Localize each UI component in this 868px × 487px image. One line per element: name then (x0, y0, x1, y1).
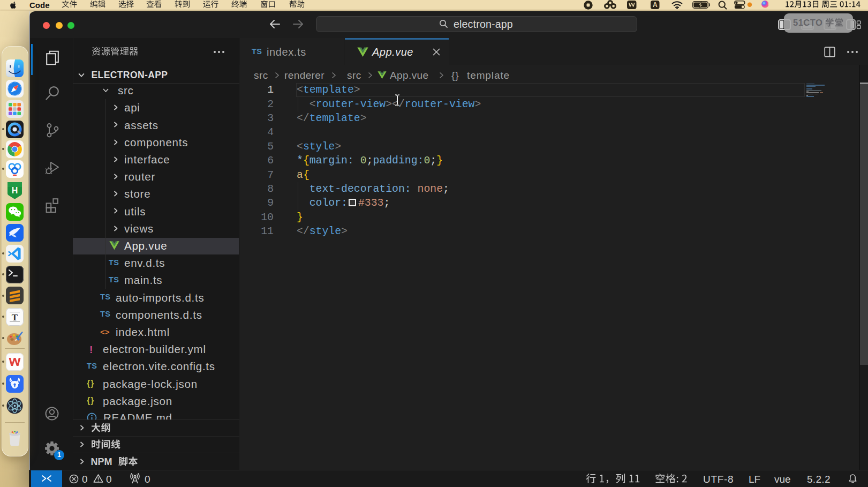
svg-text:H: H (12, 186, 18, 195)
svg-text:A: A (653, 1, 658, 9)
svg-text:T: T (12, 312, 18, 323)
